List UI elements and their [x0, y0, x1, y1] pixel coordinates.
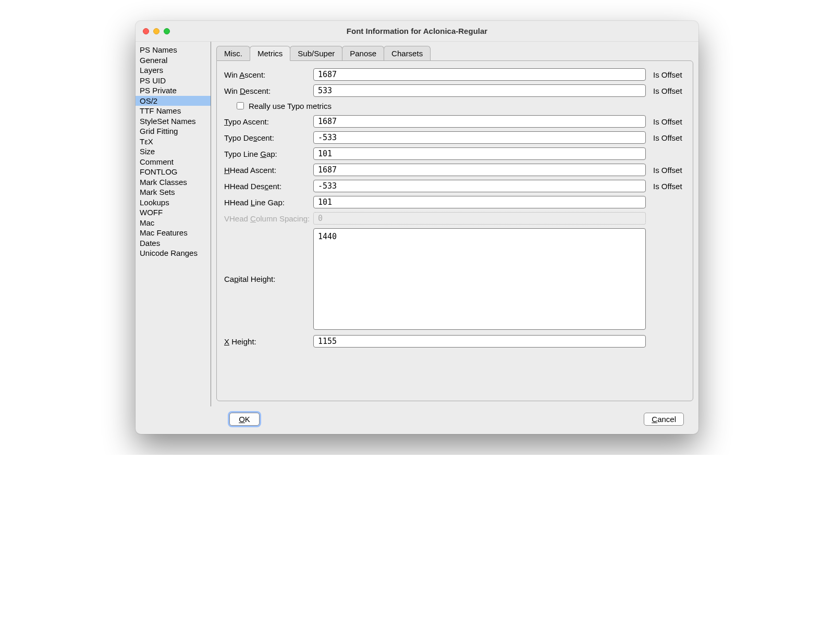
typo-ascent-input[interactable] [313, 115, 646, 128]
window-title: Font Information for Aclonica-Regular [136, 27, 698, 35]
sidebar-item-ps-names[interactable]: PS Names [136, 45, 211, 55]
sidebar-item-dates[interactable]: Dates [136, 238, 211, 249]
typo-ascent-offset[interactable]: Is Offset [649, 117, 685, 126]
typo-descent-input[interactable] [313, 131, 646, 144]
sidebar-item-mac[interactable]: Mac [136, 218, 211, 228]
hhead-ascent-offset[interactable]: Is Offset [649, 166, 685, 175]
tab-charsets[interactable]: Charsets [384, 46, 431, 60]
typo-descent-offset[interactable]: Is Offset [649, 133, 685, 142]
hhead-ascent-input[interactable] [313, 164, 646, 176]
zoom-icon[interactable] [164, 28, 170, 34]
sidebar: PS NamesGeneralLayersPS UIDPS PrivateOS/… [136, 42, 211, 406]
main-panel: Misc.MetricsSub/SuperPanoseCharsets Win … [211, 42, 698, 406]
tab-panose[interactable]: Panose [342, 46, 384, 60]
sidebar-item-unicode-ranges[interactable]: Unicode Ranges [136, 248, 211, 258]
use-typo-checkbox[interactable] [237, 102, 244, 109]
tab-metrics[interactable]: Metrics [250, 46, 290, 61]
sidebar-item-grid-fitting[interactable]: Grid Fitting [136, 126, 211, 137]
win-descent-input[interactable] [313, 84, 646, 97]
ok-button[interactable]: OK [229, 413, 260, 426]
sidebar-item-ps-uid[interactable]: PS UID [136, 76, 211, 86]
x-height-label: X Height: [224, 337, 310, 346]
dialog-footer: OK Cancel [136, 406, 698, 434]
hhead-ascent-label: HHead Ascent: [224, 166, 310, 175]
metrics-panel: Win Ascent: Is Offset Win Descent: Is Of… [216, 60, 693, 401]
titlebar: Font Information for Aclonica-Regular [136, 21, 698, 42]
sidebar-item-mark-sets[interactable]: Mark Sets [136, 187, 211, 197]
tab-misc-[interactable]: Misc. [216, 46, 250, 60]
typo-ascent-label: Typo Ascent: [224, 117, 310, 126]
tab-bar: Misc.MetricsSub/SuperPanoseCharsets [216, 46, 693, 60]
hhead-descent-offset[interactable]: Is Offset [649, 182, 685, 191]
sidebar-item-general[interactable]: General [136, 55, 211, 66]
typo-line-gap-label: Typo Line Gap: [224, 150, 310, 158]
hhead-descent-label: HHead Descent: [224, 182, 310, 191]
minimize-icon[interactable] [153, 28, 160, 34]
sidebar-item-fontlog[interactable]: FONTLOG [136, 167, 211, 177]
sidebar-item-mac-features[interactable]: Mac Features [136, 228, 211, 238]
sidebar-item-mark-classes[interactable]: Mark Classes [136, 177, 211, 188]
hhead-line-gap-input[interactable] [313, 196, 646, 208]
traffic-lights [136, 28, 170, 34]
tab-sub-super[interactable]: Sub/Super [290, 46, 342, 60]
typo-descent-label: Typo Descent: [224, 133, 310, 142]
win-descent-label: Win Descent: [224, 86, 310, 95]
cancel-button[interactable]: Cancel [644, 413, 684, 426]
win-ascent-offset[interactable]: Is Offset [649, 70, 685, 79]
hhead-line-gap-label: HHead Line Gap: [224, 198, 310, 207]
win-ascent-input[interactable] [313, 68, 646, 81]
sidebar-item-comment[interactable]: Comment [136, 157, 211, 167]
sidebar-item-os-2[interactable]: OS/2 [136, 96, 211, 106]
font-info-window: Font Information for Aclonica-Regular PS… [136, 21, 698, 434]
use-typo-label: Really use Typo metrics [249, 102, 332, 110]
sidebar-item-size[interactable]: Size [136, 146, 211, 157]
vhead-col-spacing-input [313, 212, 646, 225]
capital-height-input[interactable]: 1440 [313, 228, 646, 330]
x-height-input[interactable] [313, 335, 646, 348]
close-icon[interactable] [143, 28, 149, 34]
win-ascent-label: Win Ascent: [224, 70, 310, 79]
sidebar-item-t-x[interactable]: TεX [136, 137, 211, 147]
sidebar-item-layers[interactable]: Layers [136, 65, 211, 76]
win-descent-offset[interactable]: Is Offset [649, 86, 685, 95]
sidebar-item-styleset-names[interactable]: StyleSet Names [136, 116, 211, 127]
capital-height-label: Capital Height: [224, 275, 310, 283]
vhead-col-spacing-label: VHead Column Spacing: [224, 214, 310, 223]
sidebar-item-ps-private[interactable]: PS Private [136, 85, 211, 96]
typo-line-gap-input[interactable] [313, 147, 646, 160]
sidebar-item-lookups[interactable]: Lookups [136, 197, 211, 208]
sidebar-item-ttf-names[interactable]: TTF Names [136, 106, 211, 116]
hhead-descent-input[interactable] [313, 180, 646, 192]
sidebar-item-woff[interactable]: WOFF [136, 207, 211, 218]
